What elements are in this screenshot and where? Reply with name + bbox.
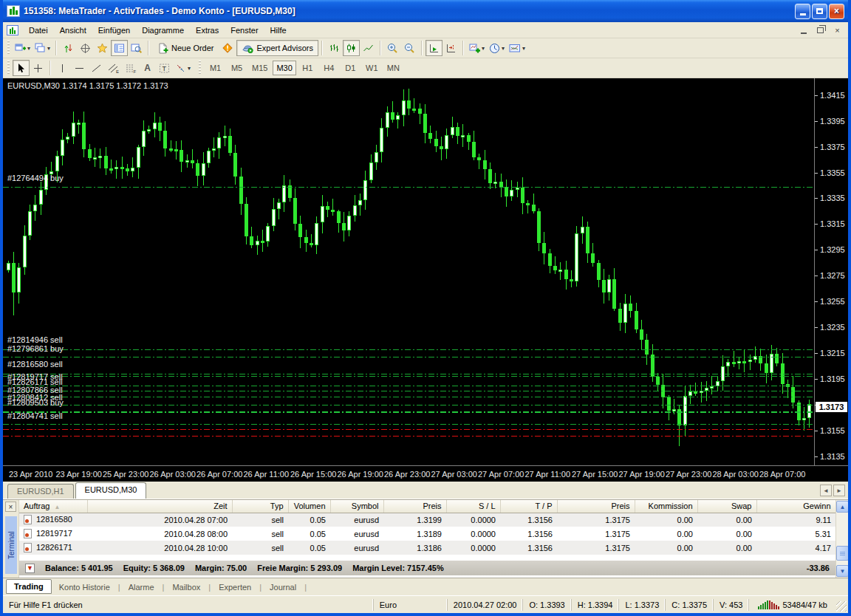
candlestick-chart-button[interactable]	[343, 40, 360, 56]
child-close-button[interactable]: ×	[831, 24, 844, 35]
column-header-auftrag[interactable]: Auftrag▲	[19, 500, 87, 513]
arrows-button[interactable]: ▾	[173, 60, 193, 76]
trendline-button[interactable]	[88, 60, 105, 76]
terminal-tab-konto-historie[interactable]: Konto Historie	[52, 581, 117, 594]
timeframe-h4-button[interactable]: H4	[319, 61, 339, 75]
crosshair-button[interactable]	[30, 60, 47, 76]
menu-item-diagramme[interactable]: Diagramme	[136, 24, 190, 37]
order-row[interactable]: 128197172010.04.28 08:00sell0.05eurusd1.…	[19, 527, 835, 541]
child-minimize-button[interactable]	[797, 24, 810, 35]
column-header-zeit[interactable]: Zeit	[87, 500, 232, 513]
menu-item-extras[interactable]: Extras	[190, 24, 225, 37]
sort-ascending-icon: ▲	[54, 504, 60, 510]
column-header-swap[interactable]: Swap	[697, 500, 756, 513]
equidistant-channel-button[interactable]: E	[105, 60, 122, 76]
bar-chart-button[interactable]	[326, 40, 343, 56]
column-header-kommission[interactable]: Kommission	[635, 500, 697, 513]
new-chart-button[interactable]: ▾	[13, 40, 33, 56]
terminal-tab-experten[interactable]: Experten	[211, 581, 259, 594]
tab-scroll-left-icon[interactable]: ◄	[820, 485, 832, 496]
vertical-line-button[interactable]	[54, 60, 71, 76]
timeframe-m15-button[interactable]: M15	[248, 61, 271, 75]
chart-pane[interactable]: EURUSD,M30 1.3174 1.3175 1.3172 1.3173 #…	[3, 78, 814, 465]
menu-item-hilfe[interactable]: Hilfe	[264, 24, 293, 37]
order-row[interactable]: 128261712010.04.28 10:00sell0.05eurusd1.…	[19, 541, 835, 555]
timeframe-mn-button[interactable]: MN	[383, 61, 403, 75]
line-chart-button[interactable]	[360, 40, 377, 56]
zoom-out-button[interactable]	[401, 40, 418, 56]
candle-body	[386, 112, 389, 129]
cell-symbol: eurusd	[330, 513, 383, 527]
timeframe-m5-button[interactable]: M5	[227, 61, 247, 75]
candle-body	[342, 223, 346, 231]
warning-button[interactable]	[219, 40, 236, 56]
periods-button[interactable]: ▾	[487, 40, 507, 56]
scroll-down-icon[interactable]: ▼	[836, 565, 849, 577]
maximize-button[interactable]	[812, 4, 827, 19]
chart-tab-eurusd-h1[interactable]: EURUSD,H1	[7, 484, 74, 499]
auto-scroll-button[interactable]	[426, 40, 442, 56]
candle-body	[375, 152, 378, 162]
expert-advisors-button[interactable]: Expert Advisors	[236, 40, 318, 56]
menu-item-fenster[interactable]: Fenster	[225, 24, 264, 37]
navigator-button[interactable]	[128, 40, 145, 56]
terminal-tab-journal[interactable]: Journal	[262, 581, 304, 594]
timeframe-m30-button[interactable]: M30	[273, 61, 295, 75]
resize-grip[interactable]	[836, 601, 847, 612]
terminal-tab-mailbox[interactable]: Mailbox	[165, 581, 208, 594]
close-button[interactable]: ×	[829, 4, 844, 19]
chart-tab-eurusd-m30[interactable]: EURUSD,M30	[75, 482, 147, 499]
terminal-toggle-button[interactable]	[111, 40, 128, 56]
crosshair-window-button[interactable]	[77, 40, 94, 56]
menu-item-ansicht[interactable]: Ansicht	[54, 24, 92, 37]
scrollbar-thumb[interactable]	[836, 546, 849, 561]
market-watch-button[interactable]	[60, 40, 77, 56]
candle-body	[142, 131, 146, 146]
column-header-volumen[interactable]: Volumen	[288, 500, 330, 513]
candle-body	[434, 139, 438, 146]
column-header-preis[interactable]: Preis	[557, 500, 635, 513]
minimize-button[interactable]	[795, 4, 810, 19]
terminal-scrollbar[interactable]: ▲ ▼	[835, 500, 848, 578]
cell-tp: 1.3156	[500, 513, 557, 527]
column-header-sl[interactable]: S / L	[446, 500, 500, 513]
terminal-tab-alarme[interactable]: Alarme	[121, 581, 162, 594]
toolbar-drag-handle[interactable]	[7, 61, 10, 75]
timeframe-w1-button[interactable]: W1	[362, 61, 382, 75]
new-order-button[interactable]: Neue Order	[152, 40, 219, 56]
order-row[interactable]: 128165802010.04.28 07:00sell0.05eurusd1.…	[19, 513, 835, 527]
favorites-button[interactable]	[94, 40, 111, 56]
text-label-button[interactable]: T	[156, 60, 173, 76]
column-header-preis[interactable]: Preis	[383, 500, 446, 513]
toolbar-drag-handle[interactable]	[199, 61, 201, 75]
menu-item-einfügen[interactable]: Einfügen	[92, 24, 136, 37]
time-axis[interactable]: 23 Apr 201023 Apr 19:0025 Apr 23:0026 Ap…	[3, 465, 848, 482]
chart-area[interactable]: EURUSD,M30 1.3174 1.3175 1.3172 1.3173 #…	[3, 78, 848, 482]
timeframe-h1-button[interactable]: H1	[298, 61, 318, 75]
timeframe-m1-button[interactable]: M1	[205, 61, 225, 75]
cell-tp: 1.3156	[500, 541, 557, 555]
column-header-symbol[interactable]: Symbol	[330, 500, 383, 513]
column-header-gewinn[interactable]: Gewinn	[756, 500, 835, 513]
time-axis-label: 23 Apr 19:00	[56, 470, 102, 479]
chart-shift-button[interactable]	[442, 40, 459, 56]
profiles-button[interactable]: ▾	[33, 40, 52, 56]
scroll-up-icon[interactable]: ▲	[836, 501, 849, 513]
toolbar-drag-handle[interactable]	[7, 41, 10, 55]
price-axis-label: 1.3415	[820, 91, 845, 100]
templates-button[interactable]: ▾	[507, 40, 527, 56]
column-header-tp[interactable]: T / P	[500, 500, 557, 513]
timeframe-d1-button[interactable]: D1	[341, 61, 360, 75]
zoom-in-button[interactable]	[384, 40, 401, 56]
tab-scroll-right-icon[interactable]: ►	[833, 485, 845, 496]
cursor-button[interactable]	[13, 60, 30, 76]
text-button[interactable]: A	[139, 60, 156, 76]
child-restore-button[interactable]	[814, 24, 827, 35]
menu-item-datei[interactable]: Datei	[23, 24, 54, 37]
fibonacci-button[interactable]: F	[122, 60, 139, 76]
indicators-button[interactable]: ▾	[467, 40, 487, 56]
horizontal-line-button[interactable]	[71, 60, 88, 76]
terminal-close-icon[interactable]: ×	[5, 502, 16, 512]
terminal-tab-trading[interactable]: Trading	[6, 579, 52, 594]
column-header-typ[interactable]: Typ	[232, 500, 288, 513]
